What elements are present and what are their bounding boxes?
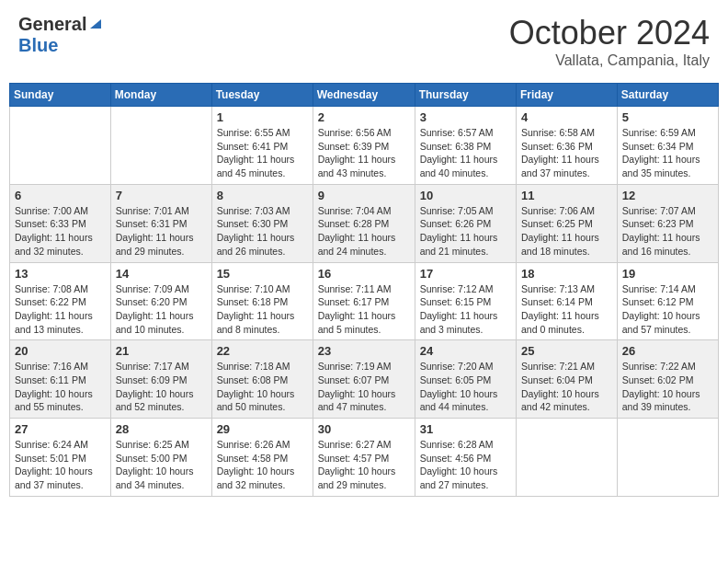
day-info: Sunrise: 7:16 AM Sunset: 6:11 PM Dayligh… xyxy=(15,360,106,414)
day-info: Sunrise: 7:14 AM Sunset: 6:12 PM Dayligh… xyxy=(622,282,713,337)
day-number: 30 xyxy=(318,422,410,436)
day-info: Sunrise: 7:01 AM Sunset: 6:31 PM Dayligh… xyxy=(116,204,207,259)
day-info: Sunrise: 7:07 AM Sunset: 6:23 PM Dayligh… xyxy=(622,204,713,259)
calendar-cell-3-7: 19Sunrise: 7:14 AM Sunset: 6:12 PM Dayli… xyxy=(617,262,718,340)
calendar-cell-3-6: 18Sunrise: 7:13 AM Sunset: 6:14 PM Dayli… xyxy=(517,262,618,340)
calendar-cell-2-4: 9Sunrise: 7:04 AM Sunset: 6:28 PM Daylig… xyxy=(313,184,415,262)
col-tuesday: Tuesday xyxy=(211,84,313,107)
logo-triangle-icon xyxy=(88,16,103,30)
title-block: October 2024 Vallata, Campania, Italy xyxy=(509,14,710,69)
calendar-cell-3-1: 13Sunrise: 7:08 AM Sunset: 6:22 PM Dayli… xyxy=(10,262,111,340)
calendar-location: Vallata, Campania, Italy xyxy=(509,52,710,69)
day-info: Sunrise: 7:03 AM Sunset: 6:30 PM Dayligh… xyxy=(217,204,308,259)
calendar-cell-4-6: 25Sunrise: 7:21 AM Sunset: 6:04 PM Dayli… xyxy=(517,340,618,419)
day-info: Sunrise: 6:26 AM Sunset: 4:58 PM Dayligh… xyxy=(217,438,308,492)
day-info: Sunrise: 6:25 AM Sunset: 5:00 PM Dayligh… xyxy=(116,438,207,492)
col-wednesday: Wednesday xyxy=(313,84,415,107)
day-info: Sunrise: 6:55 AM Sunset: 6:41 PM Dayligh… xyxy=(217,126,308,180)
day-number: 16 xyxy=(318,267,410,281)
calendar-cell-5-4: 30Sunrise: 6:27 AM Sunset: 4:57 PM Dayli… xyxy=(313,419,415,497)
calendar-cell-1-4: 2Sunrise: 6:56 AM Sunset: 6:39 PM Daylig… xyxy=(313,107,415,185)
calendar-cell-2-5: 10Sunrise: 7:05 AM Sunset: 6:26 PM Dayli… xyxy=(415,184,516,262)
calendar-cell-5-2: 28Sunrise: 6:25 AM Sunset: 5:00 PM Dayli… xyxy=(110,419,211,497)
day-info: Sunrise: 7:13 AM Sunset: 6:14 PM Dayligh… xyxy=(521,282,612,337)
day-number: 21 xyxy=(116,344,207,358)
day-info: Sunrise: 7:20 AM Sunset: 6:05 PM Dayligh… xyxy=(420,360,511,414)
day-number: 4 xyxy=(521,110,612,124)
day-number: 18 xyxy=(521,267,612,281)
day-number: 20 xyxy=(15,344,106,358)
calendar-cell-4-3: 22Sunrise: 7:18 AM Sunset: 6:08 PM Dayli… xyxy=(211,340,313,419)
day-info: Sunrise: 6:58 AM Sunset: 6:36 PM Dayligh… xyxy=(521,126,612,180)
day-number: 27 xyxy=(15,422,106,436)
day-info: Sunrise: 6:56 AM Sunset: 6:39 PM Dayligh… xyxy=(318,126,410,180)
calendar-cell-4-7: 26Sunrise: 7:22 AM Sunset: 6:02 PM Dayli… xyxy=(617,340,718,419)
day-number: 6 xyxy=(15,189,106,202)
calendar-cell-2-3: 8Sunrise: 7:03 AM Sunset: 6:30 PM Daylig… xyxy=(211,184,313,262)
day-number: 9 xyxy=(318,189,410,202)
calendar-cell-4-4: 23Sunrise: 7:19 AM Sunset: 6:07 PM Dayli… xyxy=(313,340,415,419)
day-number: 19 xyxy=(622,267,713,281)
day-info: Sunrise: 6:59 AM Sunset: 6:34 PM Dayligh… xyxy=(622,126,713,180)
day-info: Sunrise: 6:57 AM Sunset: 6:38 PM Dayligh… xyxy=(420,126,511,180)
calendar-cell-1-2 xyxy=(110,107,211,185)
calendar-cell-1-7: 5Sunrise: 6:59 AM Sunset: 6:34 PM Daylig… xyxy=(617,107,718,185)
day-number: 24 xyxy=(420,344,511,358)
day-info: Sunrise: 7:04 AM Sunset: 6:28 PM Dayligh… xyxy=(318,204,410,259)
day-info: Sunrise: 7:09 AM Sunset: 6:20 PM Dayligh… xyxy=(116,282,207,337)
day-number: 23 xyxy=(318,344,410,358)
day-number: 13 xyxy=(15,267,106,281)
calendar-cell-4-5: 24Sunrise: 7:20 AM Sunset: 6:05 PM Dayli… xyxy=(415,340,516,419)
day-info: Sunrise: 7:22 AM Sunset: 6:02 PM Dayligh… xyxy=(622,360,713,414)
day-number: 17 xyxy=(420,267,511,281)
calendar-cell-5-3: 29Sunrise: 6:26 AM Sunset: 4:58 PM Dayli… xyxy=(211,419,313,497)
day-number: 2 xyxy=(318,110,410,124)
calendar-cell-1-1 xyxy=(10,107,111,185)
page-header: General Blue October 2024 Vallata, Campa… xyxy=(9,9,719,74)
calendar-cell-5-6 xyxy=(517,419,618,497)
calendar-table: Sunday Monday Tuesday Wednesday Thursday… xyxy=(9,83,719,497)
day-number: 14 xyxy=(116,267,207,281)
week-row-3: 13Sunrise: 7:08 AM Sunset: 6:22 PM Dayli… xyxy=(10,262,719,340)
calendar-cell-4-2: 21Sunrise: 7:17 AM Sunset: 6:09 PM Dayli… xyxy=(110,340,211,419)
calendar-cell-2-2: 7Sunrise: 7:01 AM Sunset: 6:31 PM Daylig… xyxy=(110,184,211,262)
calendar-cell-2-7: 12Sunrise: 7:07 AM Sunset: 6:23 PM Dayli… xyxy=(617,184,718,262)
calendar-cell-1-6: 4Sunrise: 6:58 AM Sunset: 6:36 PM Daylig… xyxy=(517,107,618,185)
day-info: Sunrise: 7:05 AM Sunset: 6:26 PM Dayligh… xyxy=(420,204,511,259)
day-number: 7 xyxy=(116,189,207,202)
day-number: 25 xyxy=(521,344,612,358)
calendar-cell-3-5: 17Sunrise: 7:12 AM Sunset: 6:15 PM Dayli… xyxy=(415,262,516,340)
day-number: 8 xyxy=(217,189,308,202)
calendar-cell-3-2: 14Sunrise: 7:09 AM Sunset: 6:20 PM Dayli… xyxy=(110,262,211,340)
day-number: 11 xyxy=(521,189,612,202)
day-info: Sunrise: 7:00 AM Sunset: 6:33 PM Dayligh… xyxy=(15,204,106,259)
calendar-cell-5-5: 31Sunrise: 6:28 AM Sunset: 4:56 PM Dayli… xyxy=(415,419,516,497)
day-info: Sunrise: 7:18 AM Sunset: 6:08 PM Dayligh… xyxy=(217,360,308,414)
day-number: 22 xyxy=(217,344,308,358)
col-friday: Friday xyxy=(517,84,618,107)
day-info: Sunrise: 7:10 AM Sunset: 6:18 PM Dayligh… xyxy=(217,282,308,337)
calendar-title: October 2024 xyxy=(509,14,710,52)
calendar-header-row: Sunday Monday Tuesday Wednesday Thursday… xyxy=(10,84,719,107)
day-number: 28 xyxy=(116,422,207,436)
logo: General Blue xyxy=(18,14,103,56)
logo-blue-text: Blue xyxy=(18,35,58,55)
calendar-cell-1-5: 3Sunrise: 6:57 AM Sunset: 6:38 PM Daylig… xyxy=(415,107,516,185)
day-info: Sunrise: 7:12 AM Sunset: 6:15 PM Dayligh… xyxy=(420,282,511,337)
col-sunday: Sunday xyxy=(10,84,111,107)
day-number: 12 xyxy=(622,189,713,202)
day-info: Sunrise: 7:11 AM Sunset: 6:17 PM Dayligh… xyxy=(318,282,410,337)
col-thursday: Thursday xyxy=(415,84,516,107)
calendar-cell-2-1: 6Sunrise: 7:00 AM Sunset: 6:33 PM Daylig… xyxy=(10,184,111,262)
col-monday: Monday xyxy=(110,84,211,107)
calendar-cell-5-7 xyxy=(617,419,718,497)
calendar-cell-2-6: 11Sunrise: 7:06 AM Sunset: 6:25 PM Dayli… xyxy=(517,184,618,262)
day-number: 29 xyxy=(217,422,308,436)
svg-marker-0 xyxy=(90,19,101,29)
day-info: Sunrise: 6:27 AM Sunset: 4:57 PM Dayligh… xyxy=(318,438,410,492)
day-info: Sunrise: 7:17 AM Sunset: 6:09 PM Dayligh… xyxy=(116,360,207,414)
day-number: 3 xyxy=(420,110,511,124)
week-row-4: 20Sunrise: 7:16 AM Sunset: 6:11 PM Dayli… xyxy=(10,340,719,419)
calendar-cell-3-4: 16Sunrise: 7:11 AM Sunset: 6:17 PM Dayli… xyxy=(313,262,415,340)
day-info: Sunrise: 7:06 AM Sunset: 6:25 PM Dayligh… xyxy=(521,204,612,259)
